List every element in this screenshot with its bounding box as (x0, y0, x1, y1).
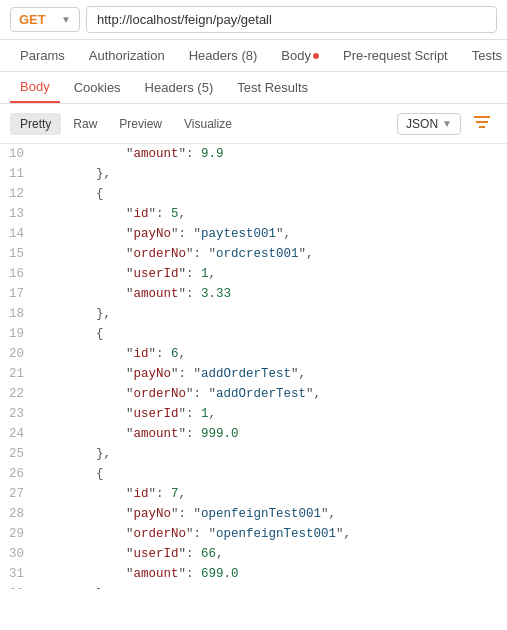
code-line: 27 "id": 7, (0, 484, 507, 504)
line-content: "id": 7, (36, 484, 507, 504)
code-line: 12 { (0, 184, 507, 204)
code-area: 10 "amount": 9.9 11 }, 12 { 13 "id": 5, … (0, 144, 507, 589)
line-content: "amount": 3.33 (36, 284, 507, 304)
code-line: 19 { (0, 324, 507, 344)
body-nav-cookies-label: Cookies (74, 80, 121, 95)
filter-icon[interactable] (467, 110, 497, 137)
line-number: 32 (0, 584, 36, 589)
code-line: 29 "orderNo": "openfeignTest001", (0, 524, 507, 544)
line-content: }, (36, 444, 507, 464)
line-content: } (36, 584, 507, 589)
line-content: { (36, 184, 507, 204)
fmt-preview[interactable]: Preview (109, 113, 172, 135)
chevron-down-icon: ▼ (61, 14, 71, 25)
body-nav-cookies[interactable]: Cookies (64, 73, 131, 102)
fmt-visualize[interactable]: Visualize (174, 113, 242, 135)
line-number: 21 (0, 364, 36, 384)
code-line: 22 "orderNo": "addOrderTest", (0, 384, 507, 404)
line-content: "userId": 1, (36, 264, 507, 284)
line-number: 19 (0, 324, 36, 344)
line-content: "orderNo": "ordcrest001", (36, 244, 507, 264)
line-number: 25 (0, 444, 36, 464)
line-content: "id": 5, (36, 204, 507, 224)
code-line: 30 "userId": 66, (0, 544, 507, 564)
body-nav-body-label: Body (20, 79, 50, 94)
line-number: 24 (0, 424, 36, 444)
line-number: 16 (0, 264, 36, 284)
method-label: GET (19, 12, 46, 27)
tab-headers[interactable]: Headers (8) (179, 40, 268, 71)
body-dot-indicator (313, 53, 319, 59)
code-line: 16 "userId": 1, (0, 264, 507, 284)
tab-prerequest-label: Pre-request Script (343, 48, 448, 63)
line-number: 10 (0, 144, 36, 164)
line-content: "amount": 9.9 (36, 144, 507, 164)
line-content: "userId": 1, (36, 404, 507, 424)
code-line: 17 "amount": 3.33 (0, 284, 507, 304)
code-line: 25 }, (0, 444, 507, 464)
code-line: 18 }, (0, 304, 507, 324)
json-select-label: JSON (406, 117, 438, 131)
line-number: 30 (0, 544, 36, 564)
url-bar: GET ▼ (0, 0, 507, 40)
code-line: 28 "payNo": "openfeignTest001", (0, 504, 507, 524)
line-number: 20 (0, 344, 36, 364)
body-nav-testresults[interactable]: Test Results (227, 73, 318, 102)
code-line: 24 "amount": 999.0 (0, 424, 507, 444)
tab-params-label: Params (20, 48, 65, 63)
body-nav-headers[interactable]: Headers (5) (135, 73, 224, 102)
format-bar: Pretty Raw Preview Visualize JSON ▼ (0, 104, 507, 144)
line-content: "id": 6, (36, 344, 507, 364)
code-line: 13 "id": 5, (0, 204, 507, 224)
line-number: 17 (0, 284, 36, 304)
tab-body[interactable]: Body (271, 40, 329, 71)
tab-params[interactable]: Params (10, 40, 75, 71)
code-line: 26 { (0, 464, 507, 484)
url-input[interactable] (86, 6, 497, 33)
code-line: 10 "amount": 9.9 (0, 144, 507, 164)
tab-authorization[interactable]: Authorization (79, 40, 175, 71)
tab-body-label: Body (281, 48, 311, 63)
method-select[interactable]: GET ▼ (10, 7, 80, 32)
line-number: 12 (0, 184, 36, 204)
line-number: 22 (0, 384, 36, 404)
line-content: "amount": 699.0 (36, 564, 507, 584)
line-number: 29 (0, 524, 36, 544)
line-content: "orderNo": "addOrderTest", (36, 384, 507, 404)
line-content: { (36, 464, 507, 484)
tab-prerequest[interactable]: Pre-request Script (333, 40, 458, 71)
line-number: 13 (0, 204, 36, 224)
tab-authorization-label: Authorization (89, 48, 165, 63)
json-select-chevron: ▼ (442, 118, 452, 129)
top-nav: Params Authorization Headers (8) Body Pr… (0, 40, 507, 72)
line-content: { (36, 324, 507, 344)
line-content: "payNo": "addOrderTest", (36, 364, 507, 384)
line-number: 26 (0, 464, 36, 484)
line-number: 23 (0, 404, 36, 424)
body-nav: Body Cookies Headers (5) Test Results (0, 72, 507, 104)
fmt-raw[interactable]: Raw (63, 113, 107, 135)
code-line: 20 "id": 6, (0, 344, 507, 364)
tab-tests[interactable]: Tests (462, 40, 507, 71)
json-format-select[interactable]: JSON ▼ (397, 113, 461, 135)
fmt-pretty[interactable]: Pretty (10, 113, 61, 135)
code-line: 21 "payNo": "addOrderTest", (0, 364, 507, 384)
tab-headers-label: Headers (8) (189, 48, 258, 63)
line-number: 27 (0, 484, 36, 504)
body-nav-headers-label: Headers (5) (145, 80, 214, 95)
code-line: 23 "userId": 1, (0, 404, 507, 424)
code-line: 14 "payNo": "paytest001", (0, 224, 507, 244)
line-content: }, (36, 304, 507, 324)
line-content: "payNo": "paytest001", (36, 224, 507, 244)
line-content: "payNo": "openfeignTest001", (36, 504, 507, 524)
body-nav-body[interactable]: Body (10, 72, 60, 103)
tab-tests-label: Tests (472, 48, 502, 63)
line-content: "orderNo": "openfeignTest001", (36, 524, 507, 544)
line-number: 31 (0, 564, 36, 584)
line-number: 18 (0, 304, 36, 324)
line-number: 11 (0, 164, 36, 184)
code-line: 11 }, (0, 164, 507, 184)
code-line: 15 "orderNo": "ordcrest001", (0, 244, 507, 264)
line-number: 14 (0, 224, 36, 244)
line-number: 15 (0, 244, 36, 264)
